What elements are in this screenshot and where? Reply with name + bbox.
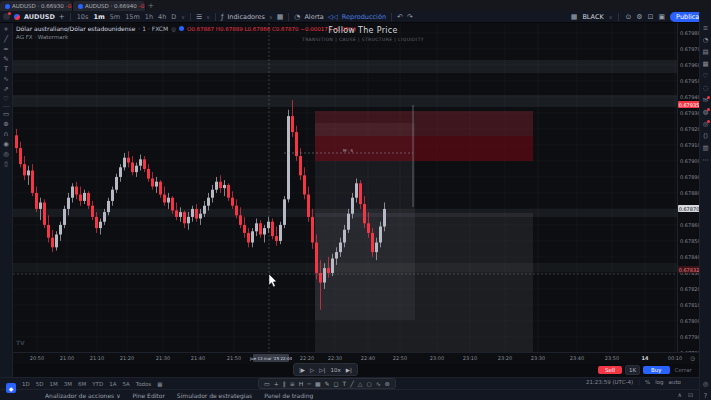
- pattern-icon[interactable]: ∿: [3, 76, 8, 82]
- ideas-icon[interactable]: ♡: [703, 73, 709, 80]
- range-1m[interactable]: 1M: [49, 381, 57, 387]
- browser-tab[interactable]: AUDUSD · 0.66940-0.17%: [73, 1, 146, 11]
- remove-drawings-icon[interactable]: ▯: [4, 161, 8, 167]
- indicators-chevron-icon[interactable]: ∨: [269, 14, 273, 20]
- quantity-button[interactable]: 1K: [625, 365, 640, 375]
- templates-icon[interactable]: ▦: [277, 13, 284, 21]
- footer-tab-2[interactable]: Pine Editor: [133, 392, 165, 399]
- measure-icon[interactable]: ▭: [3, 111, 9, 117]
- price-scale[interactable]: 0.679800.679700.679600.679500.679400.679…: [677, 23, 700, 352]
- fib-retracement-icon[interactable]: ≈: [3, 46, 8, 52]
- hide-drawings-icon[interactable]: ◎: [3, 151, 9, 157]
- publish-idea-icon[interactable]: ◎: [703, 381, 709, 388]
- redo-icon[interactable]: ↷: [407, 13, 413, 21]
- fav-path-icon[interactable]: ∿: [376, 380, 381, 387]
- fav-cross-icon[interactable]: +: [274, 380, 279, 387]
- footer-tab-4[interactable]: Panel de trading: [264, 392, 313, 399]
- range-6m[interactable]: 6M: [78, 381, 86, 387]
- help-icon[interactable]: ?: [704, 393, 707, 400]
- search-icon[interactable]: ⊙: [625, 13, 631, 21]
- skip-to-end-icon[interactable]: ▶|: [346, 367, 352, 373]
- auto-scale-button[interactable]: auto: [669, 379, 681, 385]
- interval-4h[interactable]: 4h: [157, 13, 167, 21]
- trend-line-icon[interactable]: ╱: [4, 36, 8, 42]
- forecast-icon[interactable]: ⇗: [3, 86, 8, 92]
- fullscreen-icon[interactable]: ⊡: [648, 13, 654, 21]
- calendar-icon[interactable]: ▦: [702, 61, 708, 68]
- range-ytd[interactable]: YTD: [92, 381, 103, 387]
- news-icon[interactable]: ▤: [702, 49, 708, 56]
- jump-to-bar-icon[interactable]: |▶: [299, 367, 305, 373]
- close-all-button[interactable]: Cerrar: [673, 366, 694, 374]
- interval-15m[interactable]: 15m: [124, 13, 141, 21]
- emoji-icon[interactable]: ♡: [3, 96, 9, 102]
- interval-D[interactable]: D: [170, 13, 177, 21]
- footer-tab-3[interactable]: Simulador de estrategias: [177, 392, 252, 399]
- fav-flat-lines-icon[interactable]: ≡: [290, 380, 295, 387]
- brush-icon[interactable]: ✎: [3, 56, 8, 62]
- fav-parallel-channel-icon[interactable]: ∥: [283, 380, 286, 387]
- cursor-crosshair-icon[interactable]: +: [3, 26, 8, 32]
- magnet-icon[interactable]: ∩: [4, 131, 9, 137]
- minds-icon[interactable]: ◌: [703, 85, 709, 92]
- percent-scale-button[interactable]: %: [645, 379, 650, 385]
- speed-label[interactable]: 10x: [330, 367, 340, 373]
- replay-button[interactable]: Reproducción: [342, 13, 386, 21]
- help-badge[interactable]: ◆: [6, 383, 16, 393]
- fav-settings-icon[interactable]: ⊛: [385, 380, 390, 387]
- zoom-in-icon[interactable]: ⊕: [3, 121, 8, 127]
- new-tab-button[interactable]: +: [146, 0, 156, 11]
- go-to-date-icon[interactable]: ▦: [157, 381, 162, 387]
- browser-tab[interactable]: AUDUSD · 0.66930-0.17%: [0, 1, 73, 11]
- user-menu-avatar[interactable]: [3, 13, 10, 20]
- chart-plot-area[interactable]: M - S Dólar australiano/Dólar estadounid…: [13, 23, 677, 352]
- fav-horizontal-line-icon[interactable]: ─: [307, 380, 311, 387]
- layout-icon[interactable]: ▦: [571, 13, 578, 21]
- interval-5m[interactable]: 5m: [109, 13, 121, 21]
- compare-add-icon[interactable]: +: [59, 13, 65, 21]
- fav-brush-icon[interactable]: ✎: [325, 380, 330, 387]
- chat-icon[interactable]: ✉: [703, 97, 708, 104]
- range-1d[interactable]: 1D: [22, 381, 30, 387]
- text-tool-icon[interactable]: T: [4, 66, 8, 72]
- range-1a[interactable]: 1A: [109, 381, 116, 387]
- range-5d[interactable]: 5D: [36, 381, 44, 387]
- alert-button[interactable]: Alerta: [304, 13, 323, 21]
- interval-10s[interactable]: 10s: [76, 13, 90, 21]
- order-panel-icon[interactable]: ⟨⟩: [703, 133, 708, 140]
- alerts-icon[interactable]: ◔: [703, 37, 709, 44]
- interval-1h[interactable]: 1h: [144, 13, 154, 21]
- settings-gear-icon[interactable]: ⚙: [636, 13, 642, 21]
- fav-trendline-icon[interactable]: ╱: [350, 380, 354, 387]
- candle-style-icon[interactable]: ☰: [196, 13, 202, 21]
- fav-grid-icon[interactable]: ▦: [315, 380, 321, 387]
- play-icon[interactable]: ▷: [310, 367, 314, 373]
- range-5a[interactable]: 5A: [122, 381, 129, 387]
- interval-chevron-icon[interactable]: ∨: [181, 14, 185, 20]
- style-chevron-icon[interactable]: ∨: [206, 14, 210, 20]
- log-scale-button[interactable]: log: [655, 379, 663, 385]
- fav-triangle-icon[interactable]: △: [358, 380, 363, 387]
- buy-button[interactable]: Buy: [643, 366, 670, 374]
- layout-name-button[interactable]: BLACK: [582, 13, 603, 21]
- footer-tab-1[interactable]: Analizador de acciones ∨: [45, 392, 121, 399]
- notifications-icon[interactable]: ◎: [703, 121, 709, 128]
- undo-icon[interactable]: ↶: [397, 13, 403, 21]
- collapse-panel-icon[interactable]: ∧: [678, 391, 682, 398]
- lock-icon[interactable]: ◉: [3, 141, 9, 147]
- zone-box-drawing[interactable]: [315, 111, 533, 136]
- clock-time[interactable]: 21:23:59 (UTC-4): [586, 379, 633, 385]
- fav-circle-icon[interactable]: ○: [366, 380, 371, 387]
- sell-button[interactable]: Sell: [598, 366, 622, 374]
- interval-1m[interactable]: 1m: [92, 13, 105, 21]
- step-forward-icon[interactable]: ▷|: [319, 367, 325, 373]
- range-3m[interactable]: 3M: [64, 381, 72, 387]
- range-todos[interactable]: Todos: [136, 381, 152, 387]
- fav-callout-icon[interactable]: ◻: [334, 380, 339, 387]
- indicator-legend[interactable]: AG FX · Watermark: [16, 34, 68, 40]
- maximize-panel-icon[interactable]: ⊡: [688, 391, 693, 398]
- watchlist-icon[interactable]: ≡: [703, 25, 708, 32]
- object-tree-icon[interactable]: ⋯: [702, 157, 709, 164]
- snapshot-camera-icon[interactable]: ▣: [658, 13, 665, 21]
- candlestick-chart[interactable]: M - S: [13, 23, 677, 352]
